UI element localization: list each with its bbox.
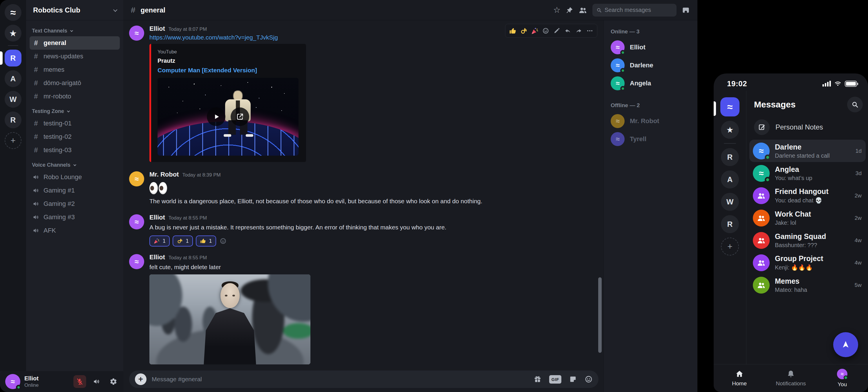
upload-button[interactable]: +	[135, 373, 147, 385]
phone-server-w[interactable]: W	[714, 193, 746, 211]
reply-button[interactable]	[562, 25, 573, 36]
search-button[interactable]	[847, 97, 863, 112]
section-testing-zone[interactable]: Testing Zone	[32, 108, 118, 114]
pinned-messages-button[interactable]	[566, 6, 573, 14]
memes[interactable]: # memes	[30, 63, 120, 76]
gif-button[interactable]: GIF	[549, 375, 561, 384]
chat-scrollbar[interactable]	[598, 277, 602, 353]
conversation-list: ≈ Darlene Darlene started a call 1d	[749, 139, 866, 364]
general[interactable]: # general	[30, 36, 120, 50]
add-server-button[interactable]: +	[5, 132, 22, 149]
add-reaction-button[interactable]	[540, 25, 551, 36]
testing-02[interactable]: # testing-02	[30, 130, 120, 143]
message-input[interactable]	[152, 376, 528, 383]
avatar[interactable]: ≈	[129, 214, 144, 229]
settings-button[interactable]	[107, 375, 120, 388]
Mr. Robot[interactable]: ≈ Mr. Robot	[609, 112, 692, 130]
play-button[interactable]	[207, 107, 225, 126]
more-button[interactable]	[584, 25, 595, 36]
home-server-button[interactable]: ≈	[720, 97, 740, 116]
server-a[interactable]: A	[0, 70, 26, 87]
thumbs-up-reaction-button[interactable]	[507, 25, 518, 36]
conversation-row[interactable]: Friend Hangout You: dead chat 💀 2w	[749, 185, 866, 207]
conversation-row[interactable]: ≈ Darlene Darlene started a call 1d	[749, 140, 866, 162]
reaction-pill[interactable]: 1	[149, 235, 170, 247]
section-text-channels[interactable]: Text Channels	[32, 28, 118, 34]
Darlene[interactable]: ≈ Darlene	[609, 56, 692, 74]
emoji-button[interactable]	[585, 375, 593, 383]
avatar[interactable]: ≈	[129, 171, 144, 187]
avatar[interactable]: ≈	[5, 374, 20, 389]
server-name: Robotics Club	[33, 6, 80, 14]
mic-muted-button[interactable]	[73, 375, 86, 388]
Gaming #2[interactable]: Gaming #2	[30, 197, 120, 211]
add-server-button[interactable]: +	[721, 237, 739, 255]
forward-button[interactable]	[573, 25, 584, 36]
search-input[interactable]	[604, 7, 673, 13]
inbox-button[interactable]	[682, 6, 690, 14]
photo-attachment[interactable]	[149, 274, 310, 364]
sticker-button[interactable]	[569, 375, 577, 383]
open-external-button[interactable]	[230, 107, 249, 126]
tab-you[interactable]: ≈ You	[817, 364, 868, 392]
conversation-row[interactable]: Group Project Kenji: 🔥🔥🔥 4w	[749, 251, 866, 274]
Angela[interactable]: ≈ Angela	[609, 74, 692, 92]
conversation-row[interactable]: ≈ Anglea You: what’s up 3d	[749, 162, 866, 185]
embed-title-link[interactable]: Computer Man [Extended Version]	[158, 67, 300, 74]
gift-button[interactable]	[533, 375, 541, 383]
section-voice-channels[interactable]: Voice Channels	[32, 162, 118, 168]
search-box[interactable]	[592, 4, 677, 17]
server-r-active[interactable]: R	[0, 50, 26, 66]
ok-hand-reaction-button[interactable]	[518, 25, 529, 36]
testing-03[interactable]: # testing-03	[30, 143, 120, 157]
messages-panel: Messages Personal Notes ≈	[746, 91, 868, 364]
tab-notifications[interactable]: Notifications	[765, 364, 816, 392]
Gaming #3[interactable]: Gaming #3	[30, 211, 120, 224]
server-w[interactable]: W	[0, 91, 26, 108]
message-author[interactable]: Elliot	[149, 214, 165, 221]
mr-roboto[interactable]: # mr-roboto	[30, 90, 120, 103]
avatar[interactable]: ≈	[129, 254, 144, 269]
video-thumbnail[interactable]	[158, 78, 299, 156]
Elliot[interactable]: ≈ Elliot	[609, 38, 692, 56]
message-author[interactable]: Elliot	[149, 253, 165, 261]
party-reaction-button[interactable]	[529, 25, 540, 36]
reaction-pill[interactable]: 1	[173, 235, 193, 247]
favorites-button[interactable]: ★	[5, 25, 22, 41]
reactions-row: 1 1 1	[149, 235, 596, 247]
reaction-pill[interactable]: 1	[196, 235, 216, 247]
message-author[interactable]: Mr. Robot	[149, 171, 179, 178]
message-author[interactable]: Elliot	[149, 25, 165, 32]
phone-server-r[interactable]: R	[714, 148, 746, 166]
deafen-button[interactable]	[90, 375, 103, 388]
conversation-row[interactable]: Gaming Squad Basshunter: ??? 4w	[749, 229, 866, 251]
add-reaction-button[interactable]	[220, 237, 226, 245]
tab-home[interactable]: Home	[714, 364, 765, 392]
member-list-toggle-button[interactable]	[579, 6, 587, 15]
conversation-row[interactable]: Work Chat Jake: lol 2w	[749, 207, 866, 229]
dōmo-arigatō[interactable]: # dōmo-arigatō	[30, 76, 120, 90]
favorite-channel-button[interactable]: ☆	[553, 6, 560, 14]
phone-server-a[interactable]: A	[714, 170, 746, 189]
fab-compose-button[interactable]	[833, 332, 858, 357]
avatar[interactable]: ≈	[129, 26, 144, 41]
testing-01[interactable]: # testing-01	[30, 117, 120, 130]
personal-notes-row[interactable]: Personal Notes	[749, 115, 866, 139]
avatar: ≈	[837, 369, 847, 379]
home-server-button[interactable]: ≈	[5, 4, 22, 21]
conversation-row[interactable]: Memes Mateo: haha 5w	[749, 274, 866, 296]
AFK[interactable]: AFK	[30, 224, 120, 237]
Robo Lounge[interactable]: Robo Lounge	[30, 170, 120, 184]
edit-button[interactable]	[551, 25, 562, 36]
mic-muted-icon	[76, 378, 84, 385]
add-reaction-icon	[220, 237, 226, 245]
favorites-button[interactable]: ★	[721, 121, 739, 139]
phone-server-r2[interactable]: R	[714, 215, 746, 233]
server-r2[interactable]: R	[0, 112, 26, 128]
Gaming #1[interactable]: Gaming #1	[30, 184, 120, 197]
page-title: Messages	[754, 100, 847, 109]
embed-author[interactable]: Prautz	[158, 57, 300, 64]
news-updates[interactable]: # news-updates	[30, 50, 120, 63]
server-header[interactable]: Robotics Club	[26, 0, 123, 20]
Tyrell[interactable]: ≈ Tyrell	[609, 130, 692, 148]
